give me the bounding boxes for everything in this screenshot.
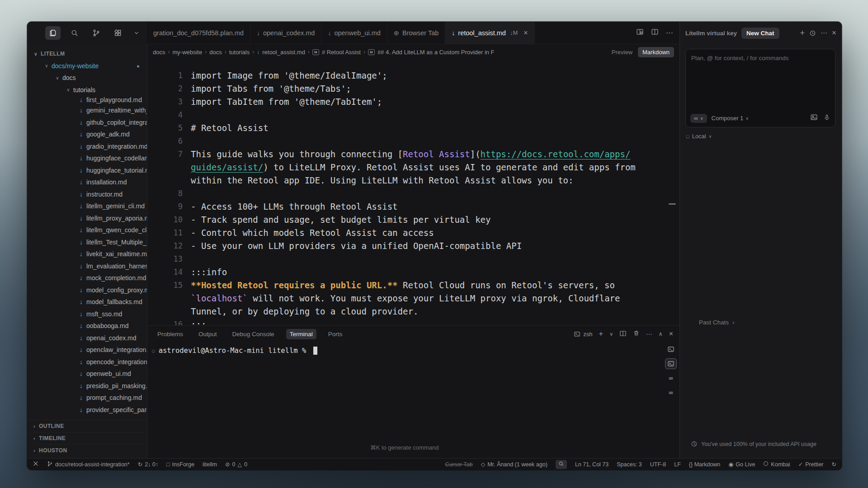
tree-file[interactable]: ↓litellm_proxy_aporia.md xyxy=(27,212,147,225)
tree-file[interactable]: ↓msft_sso.md xyxy=(27,308,147,320)
status-problems[interactable]: ⊘0△0 xyxy=(225,461,247,468)
scrollbar-marker[interactable] xyxy=(669,203,676,205)
terminal-body[interactable]: ○ astrodevil@Astro-Mac-mini litellm % ⌘K… xyxy=(147,342,679,458)
composer-selector[interactable]: Composer 1 ∨ xyxy=(712,115,749,122)
tree-file[interactable]: ↓litellm_Test_Multiple_Pr... xyxy=(27,236,147,249)
open-changes-icon[interactable] xyxy=(636,28,644,38)
microphone-icon[interactable] xyxy=(823,114,830,123)
editor-tab[interactable]: gration_doc_d075fd58.plan.md xyxy=(147,22,250,44)
panel-tab-debug-console[interactable]: Debug Console xyxy=(229,329,278,339)
tree-file[interactable]: ↓first_playground.md xyxy=(27,95,147,104)
breadcrumb-item[interactable]: docs xyxy=(153,49,165,56)
sidebar-section-timeline[interactable]: ›TIMELINE xyxy=(27,432,147,444)
split-editor-icon[interactable] xyxy=(651,28,659,38)
editor-content[interactable]: 1import Image from '@theme/IdealImage';2… xyxy=(147,60,679,325)
sidebar-section-outline[interactable]: ›OUTLINE xyxy=(27,420,147,432)
infinity-session-icon[interactable]: ∞ xyxy=(665,387,677,398)
breadcrumb-item[interactable]: # Retool Assist xyxy=(322,49,361,56)
past-chats-link[interactable]: Past Chats › xyxy=(699,319,735,326)
kill-terminal-icon[interactable] xyxy=(633,330,640,338)
panel-tab-ports[interactable]: Ports xyxy=(325,329,346,339)
tree-file[interactable]: ↓google_adk.md xyxy=(27,128,147,141)
status-git-blame[interactable]: ◇Mr. Ånand (1 week ago) xyxy=(481,461,547,468)
extensions-icon[interactable] xyxy=(110,26,126,40)
status-search[interactable] xyxy=(556,460,567,469)
tree-file[interactable]: ↓model_fallbacks.md xyxy=(27,296,147,308)
terminal-dropdown-icon[interactable]: ∨ xyxy=(609,331,613,337)
breadcrumb-item[interactable]: my-website xyxy=(172,49,202,56)
tree-file[interactable]: ↓litellm_qwen_code_cli.md xyxy=(27,224,147,236)
status-encoding[interactable]: UTF-8 xyxy=(650,461,666,468)
tree-file[interactable]: ↓openweb_ui.md xyxy=(27,368,147,380)
chevron-down-icon[interactable] xyxy=(132,26,141,40)
markdown-mode-button[interactable]: Markdown xyxy=(638,47,674,57)
status-remote[interactable] xyxy=(33,460,39,468)
panel-tab-output[interactable]: Output xyxy=(195,329,221,339)
model-selector[interactable]: ∞ ∨ xyxy=(690,114,707,123)
more-actions-icon[interactable]: ⋯ xyxy=(666,28,673,37)
close-tab-icon[interactable]: × xyxy=(524,29,528,37)
status-prettier[interactable]: ✓Prettier xyxy=(798,461,824,468)
tree-file[interactable]: ↓presidio_pii_masking.md xyxy=(27,380,147,392)
history-clock-icon[interactable] xyxy=(809,30,816,37)
chat-tab-new-chat[interactable]: New Chat xyxy=(741,28,779,39)
status-kombai[interactable]: Kombai xyxy=(763,461,790,468)
close-panel-icon[interactable]: × xyxy=(669,330,673,338)
editor-tab[interactable]: ⊕Browser Tab xyxy=(387,22,445,44)
agent-location-selector[interactable]: □ Local ∨ xyxy=(686,133,712,140)
breadcrumb-item[interactable]: ## 4. Add LiteLLM as a Custom Provider i… xyxy=(377,49,495,56)
tree-file[interactable]: ↓provider_specific_para... xyxy=(27,404,147,416)
explorer-icon[interactable] xyxy=(45,26,61,40)
tree-file[interactable]: ↓instructor.md xyxy=(27,188,147,201)
tree-folder[interactable]: ∨tutorials xyxy=(27,84,147,96)
shell-session[interactable]: zsh xyxy=(574,331,592,338)
maximize-panel-icon[interactable]: ∧ xyxy=(659,331,663,337)
tree-file[interactable]: ↓huggingface_codellama... xyxy=(27,152,147,164)
breadcrumb-item[interactable]: docs xyxy=(209,49,222,56)
split-terminal-icon[interactable] xyxy=(619,330,627,338)
panel-more-icon[interactable]: ⋯ xyxy=(646,330,652,338)
tree-file[interactable]: ↓github_copilot_integrati... xyxy=(27,117,147,129)
tree-file[interactable]: ↓litellm_gemini_cli.md xyxy=(27,200,147,212)
status-git-sync[interactable]: ↻2↓ 0↑ xyxy=(138,461,158,468)
panel-tab-problems[interactable]: Problems xyxy=(154,329,187,339)
chat-input[interactable]: Plan, @ for context, / for commands ∞ ∨ … xyxy=(685,49,835,127)
tree-file[interactable]: ↓gradio_integration.md xyxy=(27,141,147,153)
status-indentation[interactable]: Spaces: 3 xyxy=(617,461,642,468)
more-options-icon[interactable]: ⋯ xyxy=(821,29,827,37)
close-panel-icon[interactable]: × xyxy=(832,28,836,38)
tree-file[interactable]: ↓prompt_caching.md xyxy=(27,392,147,404)
tree-file[interactable]: ↓installation.md xyxy=(27,176,147,188)
infinity-session-icon[interactable]: ∞ xyxy=(665,373,677,384)
tree-folder[interactable]: ∨docs xyxy=(27,72,147,84)
search-icon[interactable] xyxy=(67,26,82,40)
chat-tab-litellm-virtual-key[interactable]: Litellm virtual key xyxy=(685,30,737,37)
breadcrumb-item[interactable]: tutorials xyxy=(229,49,250,56)
status-git-branch[interactable]: docs/retool-assist-integration* xyxy=(47,461,130,468)
new-terminal-icon[interactable]: + xyxy=(599,329,603,338)
status-cursor-tab[interactable]: Cursor Tab xyxy=(445,461,473,468)
tree-file[interactable]: ↓opencode_integration.md xyxy=(27,356,147,368)
editor-tab[interactable]: ↓openai_codex.md xyxy=(250,22,321,44)
status-eol[interactable]: LF xyxy=(674,461,681,468)
editor-tab[interactable]: ↓retool_assist.md↓M× xyxy=(445,22,534,44)
tree-file[interactable]: ↓mock_completion.md xyxy=(27,272,147,284)
status-cursor-position[interactable]: Ln 71, Col 73 xyxy=(575,461,609,468)
preview-toggle[interactable]: Preview xyxy=(612,49,632,56)
new-chat-plus-icon[interactable]: + xyxy=(800,28,805,38)
terminal-session-icon[interactable] xyxy=(665,344,677,355)
breadcrumb-item[interactable]: retool_assist.md xyxy=(262,49,305,56)
tree-file[interactable]: ↓lm_evaluation_harness.... xyxy=(27,260,147,272)
status-language-mode[interactable]: {} Markdown xyxy=(689,461,720,468)
tree-file[interactable]: ↓openai_codex.md xyxy=(27,332,147,344)
status-go-live[interactable]: ◉Go Live xyxy=(728,461,755,468)
tree-file[interactable]: ↓oobabooga.md xyxy=(27,320,147,332)
status-insforge[interactable]: □InsForge xyxy=(166,461,194,468)
tree-file[interactable]: ↓gemini_realtime_with_a... xyxy=(27,104,147,117)
sidebar-section-houston[interactable]: ›HOUSTON xyxy=(27,444,147,456)
terminal-session-icon[interactable] xyxy=(665,358,677,369)
status-litellm[interactable]: litellm xyxy=(203,461,217,468)
tree-file[interactable]: ↓livekit_xai_realtime.md xyxy=(27,248,147,260)
source-control-icon[interactable] xyxy=(89,26,104,40)
tree-folder[interactable]: ∨docs/my-website● xyxy=(27,60,147,72)
